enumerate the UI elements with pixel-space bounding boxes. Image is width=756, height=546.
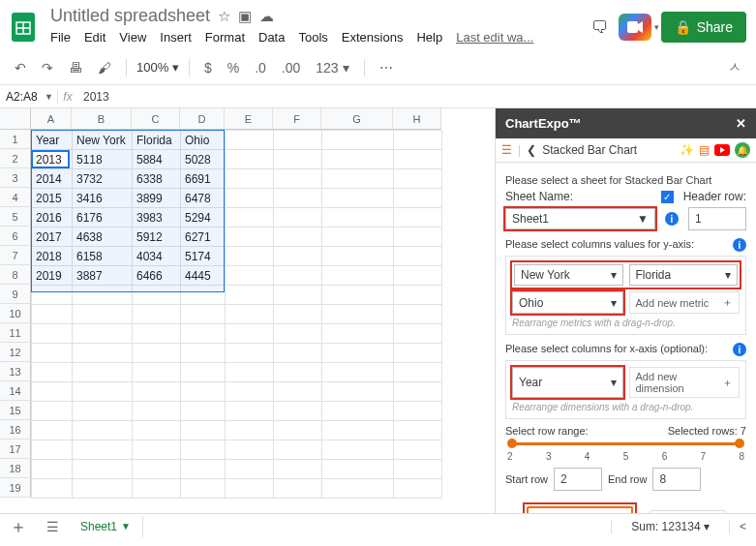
row-header[interactable]: 12 [0, 343, 31, 362]
cell[interactable] [394, 324, 442, 344]
cell[interactable] [181, 479, 226, 499]
menu-insert[interactable]: Insert [160, 30, 192, 45]
menu-view[interactable]: View [119, 30, 146, 45]
row-header[interactable]: 19 [0, 478, 31, 498]
col-header[interactable]: A [31, 108, 72, 130]
cell[interactable] [73, 382, 133, 402]
cell[interactable] [133, 305, 181, 324]
dec-decrease-icon[interactable]: .0 [250, 56, 271, 79]
cell[interactable] [322, 460, 394, 479]
cell[interactable] [322, 402, 394, 421]
sheet-tab[interactable]: Sheet1▼ [69, 516, 143, 537]
spreadsheet-grid[interactable]: 12345678910111213141516171819 ABCDEFGH Y… [0, 108, 495, 513]
menu-tools[interactable]: Tools [298, 30, 327, 45]
cell[interactable] [181, 286, 226, 305]
currency-icon[interactable]: $ [199, 56, 217, 79]
cell[interactable] [394, 460, 442, 479]
cell[interactable] [226, 363, 274, 382]
cell[interactable]: 6466 [133, 266, 181, 286]
cell[interactable] [32, 324, 73, 344]
cell[interactable] [274, 460, 322, 479]
cell[interactable] [181, 421, 226, 440]
menu-edit[interactable]: Edit [84, 30, 106, 45]
cell[interactable] [274, 479, 322, 499]
cell[interactable] [274, 266, 322, 286]
last-edit-link[interactable]: Last edit wa... [456, 30, 533, 45]
cell[interactable] [274, 382, 322, 402]
menu-extensions[interactable]: Extensions [342, 30, 404, 45]
undo-icon[interactable]: ↶ [10, 56, 31, 79]
header-row-input[interactable]: 1 [688, 207, 746, 230]
row-header[interactable]: 2 [0, 149, 31, 168]
cell[interactable] [394, 247, 442, 266]
how-to-button[interactable]: How to [649, 510, 727, 514]
cell[interactable] [322, 305, 394, 324]
back-icon[interactable]: ❮ [527, 143, 536, 157]
cell[interactable] [322, 382, 394, 402]
cell[interactable]: 4034 [133, 247, 181, 266]
close-icon[interactable]: ✕ [736, 116, 746, 131]
cell[interactable] [226, 460, 274, 479]
col-header[interactable]: G [321, 108, 393, 130]
cell[interactable] [274, 208, 322, 228]
cell[interactable] [32, 460, 73, 479]
cell[interactable] [322, 479, 394, 499]
cell[interactable] [226, 344, 274, 363]
x-dim-1-select[interactable]: Year▾ [512, 367, 623, 398]
cell[interactable]: 3899 [133, 189, 181, 208]
cell[interactable] [73, 324, 133, 344]
cell[interactable] [32, 305, 73, 324]
cell[interactable]: 3983 [133, 208, 181, 228]
cell[interactable] [133, 479, 181, 499]
row-header[interactable]: 14 [0, 381, 31, 401]
cell[interactable] [394, 228, 442, 247]
cell[interactable] [274, 131, 322, 150]
cell[interactable] [133, 382, 181, 402]
sheet-select[interactable]: Sheet1▼ [505, 208, 655, 229]
cell[interactable]: 2015 [32, 189, 73, 208]
cell[interactable] [322, 169, 394, 189]
cell[interactable] [32, 344, 73, 363]
cell[interactable]: 2016 [32, 208, 73, 228]
number-format-select[interactable]: 123 ▾ [311, 56, 353, 79]
cell[interactable]: 2017 [32, 228, 73, 247]
row-header[interactable]: 3 [0, 168, 31, 188]
cell[interactable] [394, 131, 442, 150]
add-metric-button[interactable]: Add new metric＋ [629, 291, 741, 314]
cell[interactable]: 5912 [133, 228, 181, 247]
meet-button[interactable] [619, 14, 651, 41]
info-icon[interactable]: i [733, 238, 746, 252]
cell[interactable] [322, 228, 394, 247]
cell[interactable]: 6338 [133, 169, 181, 189]
cell[interactable] [274, 228, 322, 247]
cell[interactable] [73, 402, 133, 421]
bell-icon[interactable]: 🔔 [735, 142, 750, 158]
cell[interactable]: 5028 [181, 150, 226, 169]
menu-format[interactable]: Format [205, 30, 245, 45]
cell[interactable] [274, 440, 322, 460]
cell[interactable] [226, 189, 274, 208]
cell[interactable]: 3416 [73, 189, 133, 208]
cell[interactable] [394, 479, 442, 499]
row-header[interactable]: 15 [0, 401, 31, 420]
move-icon[interactable]: ▣ [238, 8, 252, 25]
cell[interactable] [226, 382, 274, 402]
cell[interactable] [226, 479, 274, 499]
col-header[interactable]: H [393, 108, 441, 130]
menu-help[interactable]: Help [416, 30, 442, 45]
more-toolbar-icon[interactable]: ⋯ [375, 56, 398, 79]
col-header[interactable]: E [225, 108, 273, 130]
cell[interactable] [274, 363, 322, 382]
cell[interactable] [32, 421, 73, 440]
zoom-select[interactable]: 100% ▾ [136, 60, 179, 75]
cell[interactable] [226, 286, 274, 305]
cell[interactable] [133, 344, 181, 363]
cell[interactable] [322, 286, 394, 305]
cell[interactable] [322, 363, 394, 382]
cell[interactable] [274, 402, 322, 421]
cell[interactable] [181, 402, 226, 421]
cell[interactable] [322, 247, 394, 266]
cell[interactable]: New York [73, 131, 133, 150]
add-sheet-button[interactable]: ＋ [0, 515, 37, 538]
cell[interactable] [322, 421, 394, 440]
